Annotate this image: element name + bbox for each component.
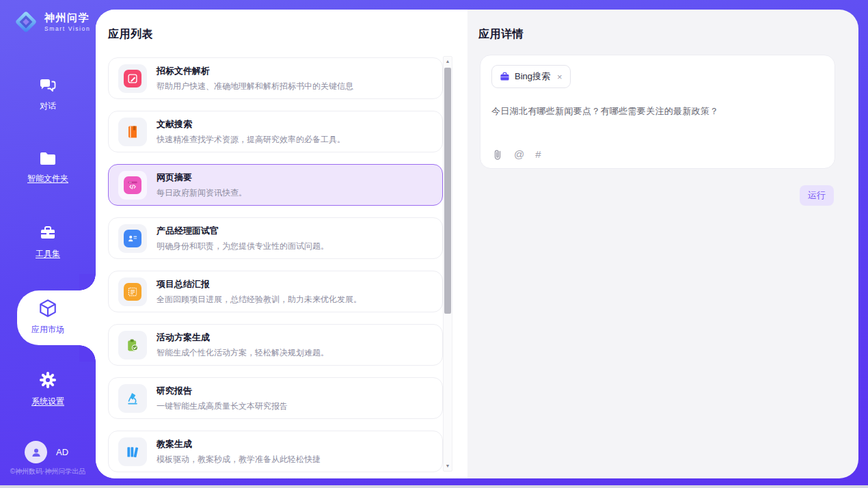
list-item-bid-analysis[interactable]: 招标文件解析 帮助用户快速、准确地理解和解析招标书中的关键信息 (108, 57, 443, 99)
books-icon (124, 443, 141, 461)
list-scrollbar[interactable]: ▲ ▼ (443, 56, 452, 472)
app-icon-box (118, 437, 147, 466)
sidebar-item-chat[interactable]: 对话 (0, 77, 96, 112)
bottom-edge-strip (0, 485, 868, 488)
app-name: 招标文件解析 (157, 65, 353, 77)
app-description: 明确身份和职责，为您提供专业性的面试问题。 (157, 241, 329, 252)
app-description: 快速精准查找学术资源，提高研究效率的必备工具。 (157, 134, 345, 146)
brand-name: 神州问学 (44, 12, 90, 25)
app-description: 全面回顾项目进展，总结经验教训，助力未来优化发展。 (157, 294, 362, 306)
briefcase-icon (500, 72, 510, 81)
sidebar-item-label: 对话 (40, 101, 56, 111)
gear-icon (38, 370, 57, 390)
app-icon-box (118, 118, 147, 146)
microscope-icon (124, 390, 141, 407)
content-frame: 应用列表 招标文件解析 帮助用户快速、准确地理解和解析招标书中的关键信息 (96, 10, 858, 478)
list-item-project-summary[interactable]: 项目总结汇报 全面回顾项目进展，总结经验教训，助力未来优化发展。 (108, 271, 443, 312)
list-item-research-report[interactable]: 研究报告 一键智能生成高质量长文本研究报告 (108, 377, 443, 419)
app-icon-box (118, 171, 147, 200)
attachment-icon[interactable] (492, 148, 503, 160)
app-name: 教案生成 (157, 438, 321, 450)
toolbox-icon (38, 224, 57, 242)
list-item-web-summary[interactable]: 网页摘要 每日政府新闻资讯快查。 (108, 164, 443, 206)
app-name: 文献搜索 (157, 118, 345, 131)
app-icon-box (118, 224, 147, 253)
app-icon-box (118, 277, 147, 306)
sidebar-item-label: 工具集 (36, 249, 60, 258)
composer-toolbar: @ # (492, 148, 541, 160)
interviewer-icon (124, 230, 141, 247)
person-icon (30, 446, 42, 459)
app-description: 每日政府新闻资讯快查。 (157, 187, 247, 199)
notes-icon (124, 283, 141, 301)
mention-icon[interactable]: @ (514, 149, 524, 160)
app-list-title: 应用列表 (108, 27, 153, 42)
app-description: 一键智能生成高质量长文本研究报告 (157, 401, 288, 412)
sidebar-item-label: 系统设置 (31, 396, 64, 406)
sidebar-item-label: 应用市场 (31, 325, 64, 334)
sidebar-item-smart-folder[interactable]: 智能文件夹 (0, 150, 96, 185)
chat-icon (38, 77, 57, 94)
chip-close-icon[interactable]: × (557, 72, 562, 82)
app-description: 智能生成个性化活动方案，轻松解决规划难题。 (157, 347, 329, 359)
diamond-logo-icon (13, 9, 39, 35)
app-name: 活动方案生成 (157, 331, 329, 344)
app-name: 研究报告 (157, 385, 288, 397)
scroll-up-arrow[interactable]: ▲ (444, 57, 452, 66)
sidebar-footer: ©神州数码·神州问学出品 (0, 467, 96, 476)
app-icon-box (118, 384, 147, 413)
user-account[interactable]: AD (25, 441, 68, 463)
list-item-pm-interviewer[interactable]: 产品经理面试官 明确身份和职责，为您提供专业性的面试问题。 (108, 217, 443, 259)
app-list: 招标文件解析 帮助用户快速、准确地理解和解析招标书中的关键信息 文献搜索 (108, 57, 443, 478)
app-list-panel: 应用列表 招标文件解析 帮助用户快速、准确地理解和解析招标书中的关键信息 (96, 10, 467, 478)
user-name: AD (56, 447, 68, 457)
list-item-literature-search[interactable]: 文献搜索 快速精准查找学术资源，提高研究效率的必备工具。 (108, 111, 443, 152)
app-description: 模板驱动，教案秒成，教学准备从此轻松快捷 (157, 454, 321, 465)
list-item-lesson-plan[interactable]: 教案生成 模板驱动，教案秒成，教学准备从此轻松快捷 (108, 431, 443, 472)
brand-subtitle: Smart Vision (44, 25, 90, 32)
web-code-icon (124, 176, 141, 194)
edit-document-icon (124, 70, 141, 87)
scrollbar-thumb[interactable] (444, 68, 451, 314)
topic-icon[interactable]: # (535, 149, 541, 160)
list-item-event-plan[interactable]: 活动方案生成 智能生成个性化活动方案，轻松解决规划难题。 (108, 324, 443, 366)
prompt-text: 今日湖北有哪些新闻要点？有哪些需要关注的最新政策？ (491, 105, 824, 118)
folder-icon (38, 150, 57, 167)
scroll-down-arrow[interactable]: ▼ (444, 462, 452, 470)
prompt-card: Bing搜索 × 今日湖北有哪些新闻要点？有哪些需要关注的最新政策？ @ # (480, 55, 835, 169)
sidebar-item-settings[interactable]: 系统设置 (0, 370, 96, 407)
app-description: 帮助用户快速、准确地理解和解析招标书中的关键信息 (157, 81, 353, 92)
sidebar-item-app-market[interactable]: 应用市场 (17, 290, 96, 345)
book-icon (124, 123, 141, 141)
sidebar-item-label: 智能文件夹 (27, 174, 68, 183)
cube-icon (38, 298, 58, 318)
app-name: 项目总结汇报 (157, 278, 362, 290)
clipboard-check-icon (124, 336, 141, 354)
tool-chip-label: Bing搜索 (515, 70, 550, 83)
tool-chip-bing-search[interactable]: Bing搜索 × (491, 65, 571, 88)
avatar (25, 441, 47, 463)
brand-logo: 神州问学 Smart Vision (13, 9, 90, 35)
app-detail-title: 应用详情 (478, 27, 524, 42)
app-name: 网页摘要 (157, 172, 247, 184)
sidebar-item-toolbox[interactable]: 工具集 (0, 224, 96, 260)
app-icon-box (118, 331, 147, 360)
app-icon-box (118, 64, 147, 93)
run-button[interactable]: 运行 (800, 185, 834, 206)
app-detail-panel: 应用详情 Bing搜索 × 今日湖北有哪些新闻要点？有哪些需要关注的最新政策？ … (467, 10, 858, 478)
app-market-page: { "brand": { "name": "神州问学", "subtitle":… (0, 0, 868, 488)
app-name: 产品经理面试官 (157, 225, 329, 237)
